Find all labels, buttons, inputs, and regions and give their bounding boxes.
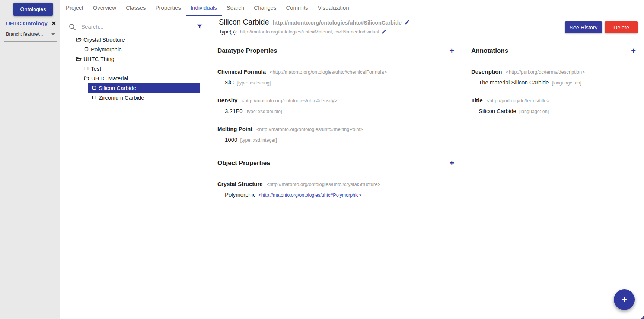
properties-column: Datatype Properties + Chemical Formula <… — [217, 47, 455, 199]
tree-item-label: UHTC Material — [91, 75, 128, 81]
create-individual-fab[interactable]: + — [614, 289, 635, 310]
tree-item-zirconium-carbide[interactable]: Zirconium Carbide — [60, 93, 206, 102]
types-label: Type(s): — [219, 29, 237, 35]
property-iri: <http://purl.org/dc/terms/title> — [485, 98, 550, 103]
resize-grip-icon — [641, 316, 644, 319]
individual-iri: http://matonto.org/ontologies/uhtc#Silic… — [273, 20, 402, 26]
see-history-button[interactable]: See History — [565, 21, 602, 33]
tab-individuals[interactable]: Individuals — [186, 0, 222, 16]
property-block: Title <http://purl.org/dc/terms/title> S… — [471, 97, 637, 115]
tree-item-crystal-structure[interactable]: Crystal Structure — [60, 35, 206, 44]
tab-properties[interactable]: Properties — [151, 0, 186, 16]
add-datatype-property-icon[interactable]: + — [449, 47, 455, 55]
tree-item-uhtc-material[interactable]: UHTC Material — [60, 73, 206, 83]
search-input[interactable] — [81, 23, 192, 32]
property-meta: [type: xsd:string] — [237, 80, 271, 86]
tree-item-label: Crystal Structure — [83, 36, 125, 43]
property-value: Polymorphic — [225, 191, 256, 198]
property-meta: [type: xsd:integer] — [240, 138, 277, 143]
property-name: Crystal Structure — [217, 181, 263, 187]
edit-types-icon[interactable] — [382, 29, 386, 34]
property-iri: <http://matonto.org/ontologies/uhtc#crys… — [265, 181, 380, 187]
divider — [217, 171, 455, 171]
branch-label: Branch: feature/... — [6, 32, 43, 37]
individual-square-icon — [92, 95, 97, 100]
edit-iri-icon[interactable] — [404, 19, 410, 25]
ontologies-button[interactable]: Ontologies — [13, 3, 53, 16]
object-properties-section: Object Properties + Crystal Structure <h… — [217, 159, 455, 199]
property-meta: [language: en] — [519, 109, 549, 114]
delete-button[interactable]: Delete — [605, 21, 638, 33]
property-meta: <http://matonto.org/ontologies/uhtc#Poly… — [259, 193, 361, 198]
property-block: Melting Point <http://matonto.org/ontolo… — [217, 125, 455, 144]
property-name: Chemical Formula — [217, 68, 266, 75]
individual-header: Silicon Carbide http://matonto.org/ontol… — [219, 18, 410, 35]
tree: Crystal Structure Polymorphic UHTC Thing… — [60, 35, 206, 102]
divider — [217, 59, 455, 59]
property-block: Description <http://purl.org/dc/terms/de… — [471, 68, 637, 86]
property-block: Crystal Structure <http://matonto.org/on… — [217, 180, 455, 199]
page-title: Silicon Carbide — [219, 18, 269, 26]
annotations-column: Annotations + Description <http://purl.o… — [471, 47, 637, 115]
property-value: Silicon Carbide — [479, 108, 516, 114]
tab-search[interactable]: Search — [222, 0, 249, 16]
property-name: Title — [471, 97, 483, 103]
types-value: http://matonto.org/ontologies/uhtc#Mater… — [240, 29, 379, 35]
tree-item-label: Zirconium Carbide — [99, 94, 144, 101]
property-value: The material Silicon Carbide — [479, 79, 549, 86]
tab-project[interactable]: Project — [61, 0, 88, 16]
branch-selector[interactable]: Branch: feature/... — [6, 32, 55, 37]
property-block: Chemical Formula <http://matonto.org/ont… — [217, 68, 455, 86]
section-title: Object Properties — [217, 159, 270, 167]
property-name: Density — [217, 97, 237, 103]
close-ontology-icon[interactable] — [52, 21, 56, 25]
property-iri: <http://matonto.org/ontologies/uhtc#dens… — [240, 98, 337, 103]
section-title: Datatype Properties — [217, 47, 277, 55]
tree-item-silicon-carbide[interactable]: Silicon Carbide — [88, 83, 200, 93]
tree-item-label: Silicon Carbide — [99, 85, 136, 91]
tree-item-label: Polymorphic — [91, 46, 122, 52]
tree-item-test[interactable]: Test — [60, 64, 206, 73]
tab-bar: ProjectOverviewClassesPropertiesIndividu… — [60, 0, 644, 16]
add-annotation-icon[interactable]: + — [630, 47, 637, 55]
ontology-name: UHTC Ontology — [6, 20, 48, 26]
tab-changes[interactable]: Changes — [249, 0, 281, 16]
chevron-down-icon — [51, 33, 55, 35]
property-value: SiC — [225, 79, 234, 86]
property-value: 3.21E0 — [225, 108, 243, 114]
folder-open-icon — [76, 56, 82, 62]
property-iri: <http://matonto.org/ontologies/uhtc#melt… — [255, 126, 363, 132]
property-iri: <http://matonto.org/ontologies/uhtc#chem… — [268, 69, 387, 75]
filter-icon[interactable] — [197, 24, 203, 29]
annotations-section: Annotations + Description <http://purl.o… — [471, 47, 637, 115]
tree-item-label: Test — [91, 65, 101, 72]
individual-square-icon — [84, 46, 89, 52]
property-iri: <http://purl.org/dc/terms/description> — [505, 69, 585, 75]
section-title: Annotations — [471, 47, 508, 55]
tree-item-polymorphic[interactable]: Polymorphic — [60, 44, 206, 54]
tab-commits[interactable]: Commits — [281, 0, 313, 16]
individual-square-icon — [92, 85, 97, 90]
divider — [471, 59, 637, 59]
folder-open-icon — [84, 75, 89, 81]
tree-item-uhtc-thing[interactable]: UHTC Thing — [60, 54, 206, 64]
property-meta: [type: xsd:double] — [246, 109, 282, 114]
property-name: Melting Point — [217, 126, 252, 132]
tree-item-label: UHTC Thing — [83, 56, 114, 62]
individual-square-icon — [84, 66, 89, 71]
property-value: 1000 — [225, 136, 237, 143]
folder-open-icon — [76, 37, 82, 42]
property-block: Density <http://matonto.org/ontologies/u… — [217, 97, 455, 115]
tab-classes[interactable]: Classes — [121, 0, 150, 16]
add-object-property-icon[interactable]: + — [449, 160, 455, 167]
tab-overview[interactable]: Overview — [88, 0, 121, 16]
search-icon — [69, 23, 76, 30]
property-meta: [language: en] — [552, 80, 581, 86]
property-name: Description — [471, 68, 502, 75]
tab-visualization[interactable]: Visualization — [313, 0, 354, 16]
sidebar-divider — [4, 41, 57, 42]
left-sidebar: Ontologies UHTC Ontology Branch: feature… — [0, 0, 60, 319]
datatype-properties-section: Datatype Properties + Chemical Formula <… — [217, 47, 455, 144]
entity-tree-panel: Crystal Structure Polymorphic UHTC Thing… — [60, 16, 206, 102]
